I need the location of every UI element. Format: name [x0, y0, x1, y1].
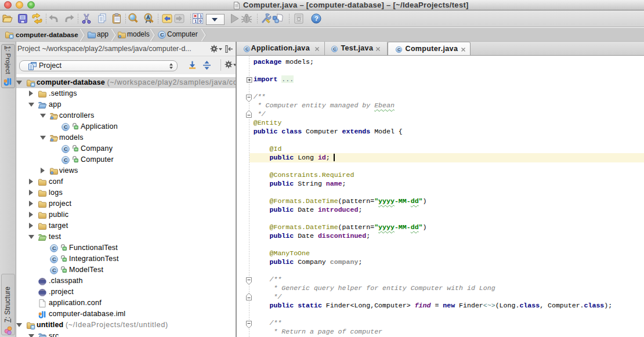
svg-text:1: 1 — [200, 13, 202, 19]
svg-text:?: ? — [314, 15, 319, 22]
svg-text:0: 0 — [200, 19, 202, 24]
svg-text:1: 1 — [194, 19, 197, 24]
